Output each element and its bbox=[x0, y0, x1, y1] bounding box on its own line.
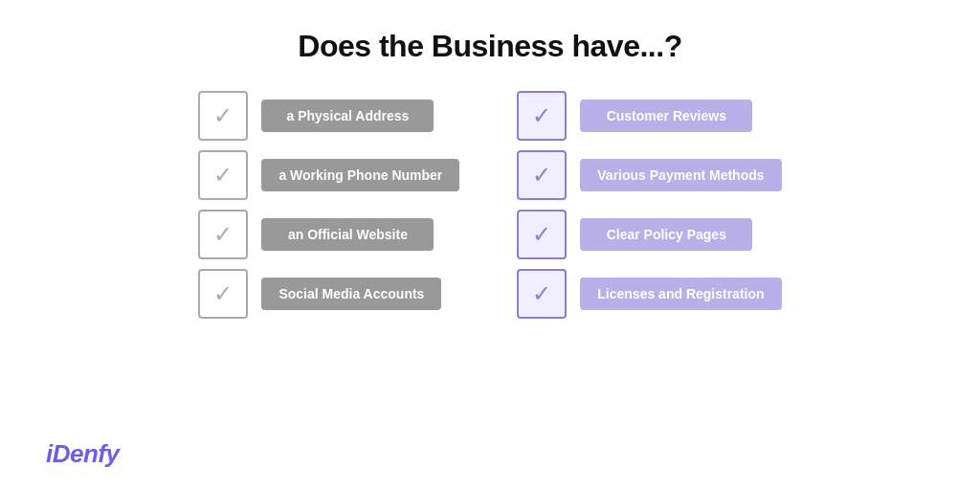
checkmark-icon: ✓ bbox=[213, 282, 233, 305]
checkmark-icon: ✓ bbox=[213, 223, 233, 246]
list-item: ✓ a Physical Address bbox=[198, 91, 459, 141]
label-official-website: an Official Website bbox=[261, 218, 434, 251]
checkbox-7: ✓ bbox=[517, 210, 567, 259]
label-policy-pages: Clear Policy Pages bbox=[580, 218, 752, 251]
list-item: ✓ a Working Phone Number bbox=[198, 150, 459, 200]
checkmark-icon: ✓ bbox=[532, 104, 551, 127]
list-item: ✓ Licenses and Registration bbox=[517, 269, 781, 319]
left-checklist-column: ✓ a Physical Address ✓ a Working Phone N… bbox=[198, 91, 459, 319]
label-physical-address: a Physical Address bbox=[261, 100, 434, 132]
label-phone-number: a Working Phone Number bbox=[261, 159, 459, 191]
checkbox-2: ✓ bbox=[198, 150, 248, 200]
checkbox-4: ✓ bbox=[198, 269, 248, 319]
checkbox-6: ✓ bbox=[517, 150, 567, 200]
page-title: Does the Business have...? bbox=[298, 29, 681, 64]
checkbox-5: ✓ bbox=[517, 91, 567, 141]
logo: iDenfy bbox=[46, 439, 119, 469]
main-container: Does the Business have...? ✓ a Physical … bbox=[0, 0, 980, 490]
list-item: ✓ an Official Website bbox=[198, 210, 459, 259]
checklist-wrapper: ✓ a Physical Address ✓ a Working Phone N… bbox=[57, 91, 923, 319]
checkmark-icon: ✓ bbox=[213, 164, 233, 187]
list-item: ✓ Various Payment Methods bbox=[517, 150, 781, 200]
label-social-media: Social Media Accounts bbox=[261, 278, 441, 310]
label-customer-reviews: Customer Reviews bbox=[580, 100, 752, 132]
checkmark-icon: ✓ bbox=[532, 164, 551, 187]
checkbox-1: ✓ bbox=[198, 91, 248, 141]
checkbox-8: ✓ bbox=[517, 269, 567, 319]
list-item: ✓ Social Media Accounts bbox=[198, 269, 459, 319]
label-licenses-registration: Licenses and Registration bbox=[580, 278, 781, 310]
list-item: ✓ Customer Reviews bbox=[517, 91, 781, 141]
list-item: ✓ Clear Policy Pages bbox=[517, 210, 781, 259]
right-checklist-column: ✓ Customer Reviews ✓ Various Payment Met… bbox=[517, 91, 781, 319]
checkmark-icon: ✓ bbox=[532, 282, 551, 305]
label-payment-methods: Various Payment Methods bbox=[580, 159, 781, 191]
checkmark-icon: ✓ bbox=[532, 223, 551, 246]
checkbox-3: ✓ bbox=[198, 210, 248, 259]
checkmark-icon: ✓ bbox=[213, 104, 233, 127]
